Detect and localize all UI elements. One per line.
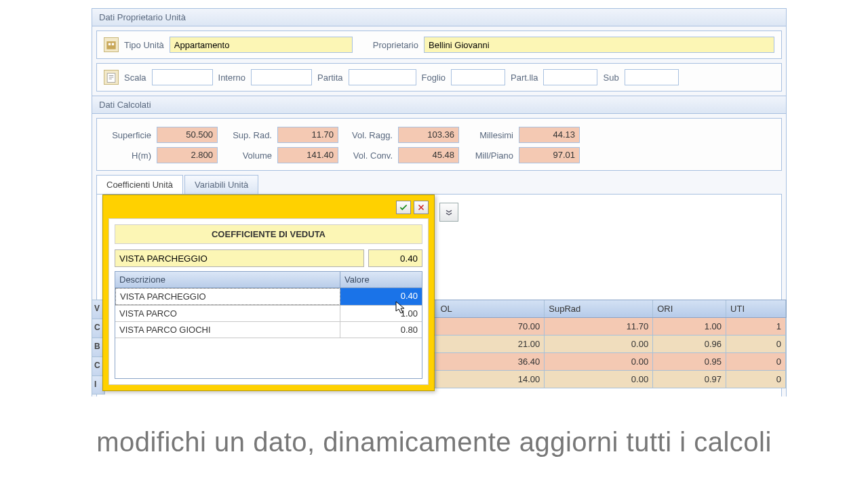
interno-label: Interno xyxy=(218,73,245,83)
owner-row1: Tipo Unità Proprietario xyxy=(96,30,782,59)
scala-input[interactable] xyxy=(152,69,213,85)
millpiano-value: 97.01 xyxy=(519,147,580,163)
coefficient-popup: COEFFICIENTE DI VEDUTA Descrizione Valor… xyxy=(102,195,435,391)
partita-label: Partita xyxy=(317,73,343,83)
tipo-unita-label: Tipo Unità xyxy=(124,40,164,50)
superficie-value: 50.500 xyxy=(157,127,218,143)
sub-label: Sub xyxy=(603,73,618,83)
caption-text: modifichi un dato, dinamicamente aggiorn… xyxy=(96,427,772,458)
millesimi-label: Millesimi xyxy=(465,130,513,140)
calc-group-title: Dati Calcolati xyxy=(92,96,786,114)
popup-title: COEFFICIENTE DI VEDUTA xyxy=(115,224,422,244)
calc-grid: Superficie 50.500 Sup. Rad. 11.70 Vol. R… xyxy=(96,118,782,171)
partlla-label: Part.lla xyxy=(511,73,538,83)
volragg-label: Vol. Ragg. xyxy=(344,130,393,140)
expand-button[interactable] xyxy=(439,203,458,222)
proprietario-input[interactable] xyxy=(424,37,774,53)
suprad-label: Sup. Rad. xyxy=(223,130,272,140)
volragg-value: 103.36 xyxy=(398,127,459,143)
suprad-value: 11.70 xyxy=(277,127,338,143)
doc-icon xyxy=(104,70,119,85)
popup-row-2[interactable]: VISTA PARCO GIOCHI 0.80 xyxy=(115,322,422,338)
svg-rect-1 xyxy=(108,43,111,45)
chevrons-down-icon xyxy=(443,207,454,218)
popup-desc-input[interactable] xyxy=(115,249,364,267)
owner-group-body: Tipo Unità Proprietario Scala Interno Pa… xyxy=(92,26,786,96)
popup-row-0[interactable]: VISTA PARCHEGGIO 0.40 xyxy=(115,288,422,306)
svg-rect-3 xyxy=(107,73,115,82)
millpiano-label: Mill/Piano xyxy=(465,150,513,161)
foglio-label: Foglio xyxy=(422,73,446,83)
partita-input[interactable] xyxy=(349,69,416,85)
bg-col-uti[interactable]: UTI xyxy=(726,300,786,317)
popup-table: Descrizione Valore VISTA PARCHEGGIO 0.40… xyxy=(115,271,422,379)
popup-header-desc[interactable]: Descrizione xyxy=(115,272,340,287)
check-icon xyxy=(399,203,408,212)
owner-group-title: Dati Proprietario Unità xyxy=(92,9,786,26)
partlla-input[interactable] xyxy=(543,69,597,85)
sub-input[interactable] xyxy=(625,69,679,85)
tipo-unita-input[interactable] xyxy=(170,37,353,53)
volume-value: 141.40 xyxy=(277,147,338,163)
bg-col-ori[interactable]: ORI xyxy=(653,300,726,317)
cancel-button[interactable] xyxy=(414,201,429,214)
caption-band: modifichi un dato, dinamicamente aggiorn… xyxy=(0,396,868,488)
millesimi-value: 44.13 xyxy=(519,127,580,143)
close-icon xyxy=(417,203,425,211)
popup-header-val[interactable]: Valore xyxy=(340,272,422,287)
tab-coefficienti[interactable]: Coefficienti Unità xyxy=(96,175,183,194)
confirm-button[interactable] xyxy=(396,201,411,214)
unit-icon xyxy=(104,37,119,52)
svg-rect-0 xyxy=(106,41,115,49)
hm-label: H(m) xyxy=(104,150,151,161)
volconv-value: 45.48 xyxy=(398,147,459,163)
tab-variabili[interactable]: Variabili Unità xyxy=(184,175,258,194)
owner-row2: Scala Interno Partita Foglio Part.lla Su… xyxy=(96,63,782,92)
svg-rect-2 xyxy=(112,43,114,45)
foglio-input[interactable] xyxy=(451,69,505,85)
scala-label: Scala xyxy=(124,73,146,83)
popup-val-input[interactable] xyxy=(368,249,422,267)
bg-col-suprad[interactable]: SupRad xyxy=(545,300,653,317)
proprietario-label: Proprietario xyxy=(373,40,418,50)
volconv-label: Vol. Conv. xyxy=(344,150,393,161)
superficie-label: Superficie xyxy=(104,130,151,140)
popup-row-1[interactable]: VISTA PARCO 1.00 xyxy=(115,306,422,322)
tabs: Coefficienti Unità Variabili Unità xyxy=(96,175,782,195)
bg-col-ol[interactable]: OL xyxy=(436,300,545,317)
volume-label: Volume xyxy=(223,150,272,161)
hm-value: 2.800 xyxy=(157,147,218,163)
interno-input[interactable] xyxy=(251,69,312,85)
